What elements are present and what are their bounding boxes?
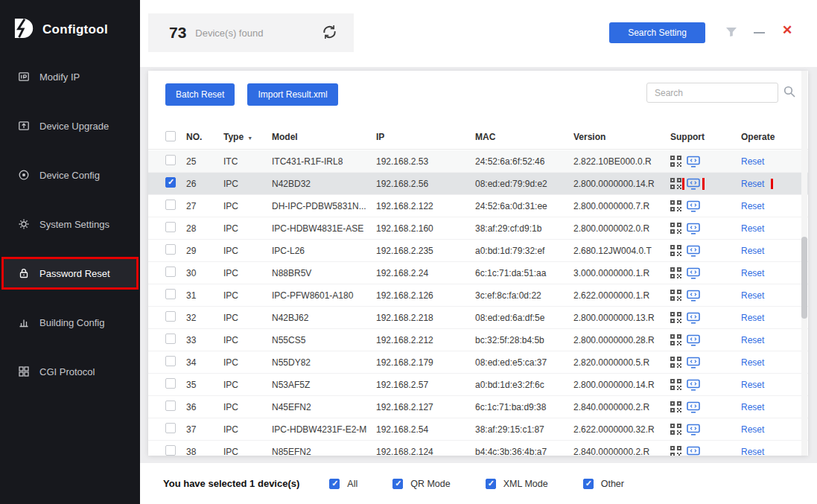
reset-link[interactable]: Reset [741,424,764,435]
table-row[interactable]: 34 IPC N55DY82 192.168.2.179 08:ed:ed:e5… [148,351,808,374]
type-filter-icon[interactable]: ▼ [247,135,252,141]
table-row[interactable]: 38 IPC N85EFN2 192.168.2.124 b4:4c:3b:36… [148,441,808,456]
qr-icon[interactable] [670,200,681,211]
table-row[interactable]: 27 IPC DH-IPC-PDBW5831N... 192.168.2.122… [148,195,808,217]
reset-link[interactable]: Reset [741,246,764,256]
reset-link[interactable]: Reset [741,357,764,368]
row-checkbox[interactable] [165,356,176,366]
xml-icon[interactable] [687,156,700,168]
cell-support [670,379,741,391]
row-checkbox[interactable] [165,334,176,344]
refresh-button[interactable] [322,25,337,42]
xml-icon[interactable] [687,312,700,324]
select-all-checkbox[interactable] [165,131,176,141]
sidebar-item-building-config[interactable]: Building Config [1,306,139,339]
reset-link[interactable]: Reset [741,156,764,167]
qr-icon[interactable] [670,245,681,256]
xml-icon[interactable] [687,200,700,212]
reset-link[interactable]: Reset [741,179,764,189]
xml-icon[interactable] [687,223,700,235]
reset-link[interactable]: Reset [741,201,764,211]
xml-icon[interactable] [687,334,700,346]
reset-link[interactable]: Reset [741,290,764,301]
reset-link[interactable]: Reset [741,223,764,234]
reset-link[interactable]: Reset [741,313,764,323]
row-checkbox[interactable] [165,423,176,433]
xml-icon[interactable] [687,357,700,369]
qr-icon[interactable] [670,401,681,412]
import-result-button[interactable]: Import Result.xml [247,83,337,106]
reset-link[interactable]: Reset [741,402,764,412]
reset-link[interactable]: Reset [741,447,764,456]
cell-mac: 24:52:6a:6f:52:46 [475,156,573,167]
top-bar: 73 Device(s) found Search Setting ✕ [140,0,817,67]
xml-icon[interactable] [687,446,700,456]
table-row[interactable]: 35 IPC N53AF5Z 192.168.2.57 a0:bd:1d:e3:… [148,374,808,396]
qr-icon[interactable] [670,334,681,345]
filter-icon[interactable] [725,27,737,40]
search-icon[interactable] [783,85,796,101]
row-checkbox[interactable] [165,177,176,188]
xml-icon[interactable] [687,401,700,413]
filter-checkbox-all[interactable] [329,479,340,489]
filter-checkbox-xml-mode[interactable] [486,479,496,489]
row-checkbox[interactable] [165,222,176,232]
minimize-icon[interactable] [754,32,765,34]
device-upgrade-icon [18,120,30,132]
close-icon[interactable]: ✕ [782,22,792,38]
sidebar-item-device-upgrade[interactable]: Device Upgrade [1,109,139,142]
sidebar-item-device-config[interactable]: Device Config [1,159,139,191]
xml-icon[interactable] [687,290,700,302]
row-checkbox[interactable] [165,244,176,255]
batch-reset-button[interactable]: Batch Reset [165,83,235,106]
row-checkbox[interactable] [165,155,176,165]
row-checkbox[interactable] [165,289,176,299]
search-input[interactable] [646,83,778,103]
row-checkbox[interactable] [165,445,176,456]
qr-icon[interactable] [670,223,681,234]
row-checkbox[interactable] [165,311,176,322]
sidebar-item-cgi-protocol[interactable]: CGI Protocol [1,355,139,388]
sidebar-item-modify-ip[interactable]: Modify IP [1,60,139,93]
qr-icon[interactable] [670,290,681,301]
sidebar-item-system-settings[interactable]: System Settings [1,208,139,240]
scrollbar-track[interactable] [801,71,807,456]
reset-link[interactable]: Reset [741,335,764,345]
xml-icon[interactable] [687,267,700,279]
qr-icon[interactable] [670,357,681,368]
xml-icon[interactable] [687,379,700,391]
table-row[interactable]: 29 IPC IPC-L26 192.168.2.235 a0:bd:1d:79… [148,240,808,262]
sidebar-item-password-reset[interactable]: Password Reset [1,257,139,290]
table-row[interactable]: 28 IPC IPC-HDBW4831E-ASE 192.168.2.160 3… [148,217,808,240]
qr-icon[interactable] [670,156,681,167]
reset-link[interactable]: Reset [741,380,764,390]
reset-link[interactable]: Reset [741,268,764,278]
row-checkbox[interactable] [165,378,176,389]
scrollbar-thumb[interactable] [801,237,807,319]
xml-icon[interactable] [687,245,700,257]
filter-checkbox-qr-mode[interactable] [392,479,403,489]
qr-icon[interactable] [670,424,681,435]
cell-type: IPC [223,335,272,345]
filter-checkbox-other[interactable] [583,479,594,489]
qr-icon[interactable] [670,379,681,390]
table-row[interactable]: 30 IPC N88BR5V 192.168.2.24 6c:1c:71:da:… [148,262,808,284]
table-row[interactable]: 25 ITC ITC431-R1F-IRL8 192.168.2.53 24:5… [148,150,808,173]
table-row[interactable]: 36 IPC N45EFN2 192.168.2.127 6c:1c:71:ba… [148,396,808,418]
xml-icon[interactable] [687,424,700,436]
row-checkbox[interactable] [165,267,176,277]
qr-icon[interactable] [670,178,681,189]
search-setting-button[interactable]: Search Setting [609,22,705,43]
table-row[interactable]: 26 IPC N42BD32 192.168.2.56 08:ed:ed:79:… [148,173,808,195]
table-row[interactable]: 31 IPC IPC-PFW8601-A180 192.168.2.126 3c… [148,284,808,307]
qr-icon[interactable] [670,267,681,278]
row-checkbox[interactable] [165,200,176,210]
table-row[interactable]: 37 IPC IPC-HDBW4231F-E2-M 192.168.2.54 3… [148,418,808,441]
cell-type: IPC [223,313,272,323]
qr-icon[interactable] [670,446,681,456]
table-row[interactable]: 32 IPC N42BJ62 192.168.2.218 08:ed:ed:6a… [148,307,808,329]
table-row[interactable]: 33 IPC N55CS5 192.168.2.212 bc:32:5f:28:… [148,329,808,351]
xml-icon[interactable] [687,178,700,190]
qr-icon[interactable] [670,312,681,323]
row-checkbox[interactable] [165,401,176,411]
